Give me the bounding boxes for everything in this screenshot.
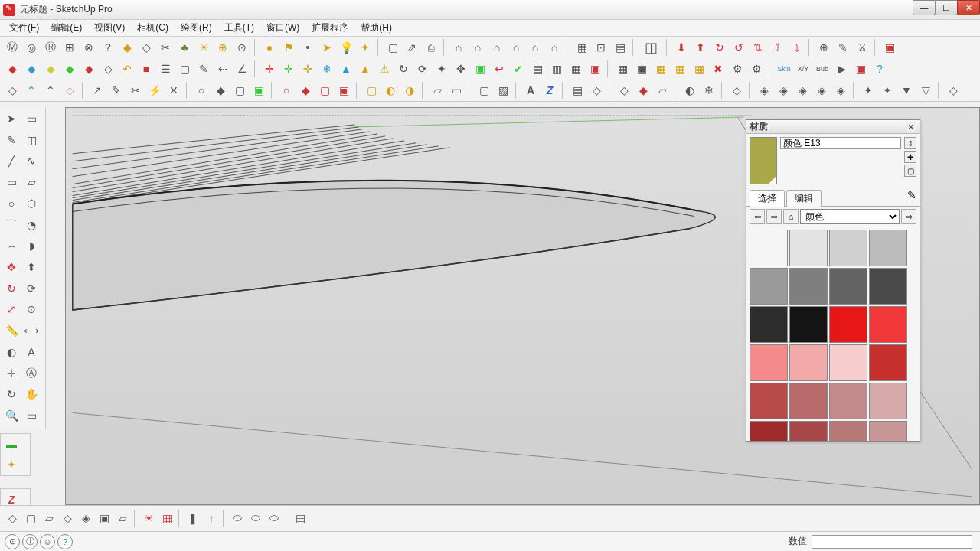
tb2-gear[interactable]: ✦ xyxy=(433,60,451,78)
tb2-skin[interactable]: Skin xyxy=(775,60,793,78)
freehand-tool-icon[interactable]: ∿ xyxy=(21,151,41,171)
tb3-18[interactable]: ▢ xyxy=(362,81,381,99)
tb3-1[interactable]: ◇ xyxy=(3,81,21,99)
move-tool-icon[interactable]: ✥ xyxy=(2,257,21,277)
tb3-40[interactable]: ▼ xyxy=(897,81,916,99)
tb2-move[interactable]: ✥ xyxy=(452,60,470,78)
menu-help[interactable]: 帮助(H) xyxy=(354,20,398,36)
tb3-33[interactable]: ◈ xyxy=(755,81,773,99)
tb2-back[interactable]: ↩ xyxy=(490,60,508,78)
tb2-undo[interactable]: ↶ xyxy=(118,60,136,78)
menu-tools[interactable]: 工具(T) xyxy=(218,20,260,36)
color-swatch-4[interactable] xyxy=(750,268,788,305)
arc-tool-icon[interactable]: ⌒ xyxy=(2,215,21,235)
tb2-xy[interactable]: X/Y xyxy=(794,60,812,78)
bt-4[interactable]: ◇ xyxy=(58,509,77,527)
tb3-24[interactable]: ▨ xyxy=(494,81,512,99)
rotrect-tool-icon[interactable]: ▱ xyxy=(21,172,41,192)
color-swatch-1[interactable] xyxy=(789,230,828,266)
menu-window[interactable]: 窗口(W) xyxy=(260,20,305,36)
tb3-30[interactable]: ◐ xyxy=(681,81,699,99)
color-swatch-16[interactable] xyxy=(750,383,788,419)
bt-el2[interactable]: ⬭ xyxy=(247,509,265,527)
tb-help-icon[interactable]: ? xyxy=(99,38,117,57)
bt-1[interactable]: ◇ xyxy=(3,509,21,527)
tb2-cycle[interactable]: ⟳ xyxy=(413,60,432,78)
tb-clock-icon[interactable]: ⊗ xyxy=(80,38,98,57)
tb3-4[interactable]: ◇ xyxy=(60,81,79,99)
bt-up[interactable]: ↑ xyxy=(202,509,220,527)
tb-grid1-icon[interactable]: ▦ xyxy=(573,38,591,57)
material-new-icon[interactable]: ✚ xyxy=(904,151,916,163)
color-swatch-20[interactable] xyxy=(750,421,788,441)
pan-tool-icon[interactable]: ✋ xyxy=(21,384,41,404)
lasso-tool-icon[interactable]: ▭ xyxy=(21,109,41,129)
tb-knife-icon[interactable]: ⚔ xyxy=(853,38,871,57)
tb-flag-icon[interactable]: ⚑ xyxy=(279,38,298,57)
nav-fwd-icon[interactable]: ⇨ xyxy=(766,209,782,224)
tb3-37[interactable]: ◈ xyxy=(831,81,850,99)
rect-tool-icon[interactable]: ▭ xyxy=(2,172,21,192)
tb-red1-icon[interactable]: ⬇ xyxy=(672,38,691,57)
materials-titlebar[interactable]: 材质 ✕ xyxy=(746,120,920,134)
hint-info-icon[interactable]: ⓘ xyxy=(22,534,38,549)
tb3-28[interactable]: ◆ xyxy=(634,81,652,99)
tb3-15[interactable]: ◆ xyxy=(296,81,315,99)
tb3-17[interactable]: ▣ xyxy=(335,81,353,99)
tb3-23[interactable]: ▢ xyxy=(475,81,493,99)
tb2-help[interactable]: ? xyxy=(871,60,889,78)
color-swatch-12[interactable] xyxy=(750,344,788,381)
tb3-12[interactable]: ▢ xyxy=(230,81,249,99)
tb2-gear3[interactable]: ⚙ xyxy=(747,60,766,78)
tb2-snow[interactable]: ❄ xyxy=(318,60,336,78)
material-name-input[interactable] xyxy=(780,137,901,149)
color-swatch-7[interactable] xyxy=(869,268,907,305)
orbit-tool-icon[interactable]: ↻ xyxy=(2,384,21,404)
paint-tool-icon[interactable]: ◫ xyxy=(21,130,41,150)
tb2-g5[interactable]: ▦ xyxy=(690,60,708,78)
tb3-2[interactable]: ⌃ xyxy=(22,81,41,99)
rotate-tool-icon[interactable]: ↻ xyxy=(2,279,21,298)
tb-tree-icon[interactable]: ♣ xyxy=(175,38,194,57)
color-swatch-13[interactable] xyxy=(789,344,828,381)
bt-grid[interactable]: ▦ xyxy=(158,509,176,527)
tb-tag-icon[interactable]: ◆ xyxy=(118,38,136,57)
tb-scissors-icon[interactable]: ✂ xyxy=(156,38,175,57)
tb3-31[interactable]: ❄ xyxy=(700,81,718,99)
bt-2[interactable]: ▢ xyxy=(21,509,40,527)
menu-view[interactable]: 视图(V) xyxy=(88,20,131,36)
nav-home-icon[interactable]: ⌂ xyxy=(783,209,799,224)
scale-tool-icon[interactable]: ⤢ xyxy=(2,299,21,319)
tb2-plus1[interactable]: ✛ xyxy=(260,60,279,78)
color-swatch-3[interactable] xyxy=(869,230,907,266)
material-updown-icon[interactable]: ⇕ xyxy=(904,137,916,149)
tb2-tag2[interactable]: ◆ xyxy=(22,60,41,78)
color-swatch-9[interactable] xyxy=(789,306,828,343)
material-preview[interactable] xyxy=(750,137,777,184)
tb3-36[interactable]: ◈ xyxy=(812,81,831,99)
hint-help-icon[interactable]: ? xyxy=(57,534,73,549)
color-swatch-10[interactable] xyxy=(829,306,867,343)
tb3-35[interactable]: ◈ xyxy=(793,81,812,99)
color-swatch-15[interactable] xyxy=(869,344,907,381)
color-swatch-0[interactable] xyxy=(750,230,788,266)
menu-edit[interactable]: 编辑(E) xyxy=(45,20,88,36)
layer-green-icon[interactable]: ▬ xyxy=(2,435,21,454)
color-swatch-2[interactable] xyxy=(829,230,867,266)
tb-house4-icon[interactable]: ⌂ xyxy=(507,38,525,57)
bt-el3[interactable]: ⬭ xyxy=(265,509,283,527)
tb-spark-icon[interactable]: ✦ xyxy=(356,38,374,57)
tb-grid2-icon[interactable]: ⊡ xyxy=(592,38,610,57)
line-tool-icon[interactable]: ╱ xyxy=(2,151,21,171)
tb2-doc1[interactable]: ▤ xyxy=(528,60,547,78)
tb3-25[interactable]: ▤ xyxy=(568,81,586,99)
tb-house3-icon[interactable]: ⌂ xyxy=(488,38,506,57)
tb2-q[interactable]: ▣ xyxy=(851,60,870,78)
color-swatch-14[interactable] xyxy=(829,344,867,381)
pie-tool-icon[interactable]: ◔ xyxy=(21,215,41,235)
tb2-stop[interactable]: ■ xyxy=(137,60,155,78)
tb2-list[interactable]: ☰ xyxy=(156,60,175,78)
tb2-doc2[interactable]: ▥ xyxy=(547,60,566,78)
tb2-g2[interactable]: ▣ xyxy=(632,60,651,78)
tb-pen-icon[interactable]: ✎ xyxy=(834,38,852,57)
